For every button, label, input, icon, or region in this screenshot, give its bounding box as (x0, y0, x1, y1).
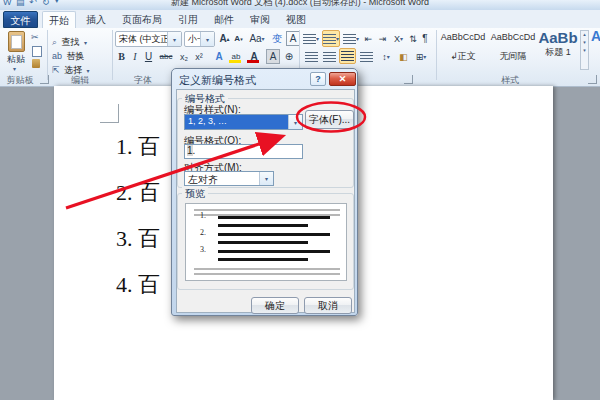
window-title: 新建 Microsoft Word 文档 (4).docx (自动保存的) - … (0, 0, 600, 9)
subscript-button[interactable]: x₂ (177, 49, 191, 64)
styles-dialog-launcher-icon[interactable] (588, 75, 597, 84)
preview-box: 1. 2. 3. (185, 203, 347, 281)
clipboard-group-label: 剪贴板 (0, 74, 40, 87)
format-painter-icon[interactable] (32, 59, 40, 68)
character-border-button[interactable]: A (286, 31, 300, 46)
multilevel-list-button[interactable]: ▾ (343, 31, 359, 46)
style-chip-no-spacing[interactable]: AaBbCcDd 无间隔 (490, 32, 536, 68)
align-center-button[interactable] (321, 49, 337, 64)
paste-dropdown-icon: ▾ (13, 65, 16, 72)
align-left-button[interactable] (303, 49, 319, 64)
borders-button[interactable]: ⊞▾ (413, 49, 429, 64)
close-button[interactable]: ✕ (329, 72, 356, 86)
style-chip-heading1[interactable]: AaBb 标题 1 (538, 29, 578, 69)
font-color-button[interactable]: A (246, 49, 262, 64)
line-spacing-button[interactable]: ↕▾ (378, 49, 394, 64)
ok-button[interactable]: 确定 (251, 297, 299, 314)
tab-view[interactable]: 视图 (280, 11, 312, 28)
asian-layout-button[interactable]: X▾ (391, 31, 406, 46)
preview-legend: 预览 (182, 187, 208, 201)
clipboard-icon (8, 31, 25, 52)
chevron-down-icon[interactable]: ▾ (288, 115, 302, 129)
bullet-list-icon (303, 34, 316, 44)
tab-insert[interactable]: 插入 (80, 11, 112, 28)
dialog-title: 定义新编号格式 (179, 73, 256, 88)
paragraph-dialog-launcher-icon[interactable] (404, 75, 413, 84)
list-item: 1. 百 (116, 132, 160, 162)
phonetic-guide-button[interactable]: 变 (270, 31, 284, 46)
close-icon: ✕ (339, 74, 347, 84)
shading-button[interactable]: ◧ (396, 49, 411, 64)
strikethrough-button[interactable]: abc (157, 49, 175, 64)
alignment-combo[interactable]: 左对齐 ▾ (184, 171, 274, 186)
cancel-button[interactable]: 取消 (304, 297, 352, 314)
change-case-button[interactable]: Aa▾ (248, 31, 266, 46)
italic-button[interactable]: I (129, 49, 141, 64)
define-new-number-format-dialog: 定义新编号格式 ? ✕ 编号格式 编号样式(N): 1, 2, 3, … ▾ 字… (171, 68, 358, 316)
enclose-characters-button[interactable]: ⊕ (282, 49, 296, 64)
styles-gallery-scrollbar[interactable]: ▴ ▾ ▾ (580, 30, 589, 70)
decrease-indent-button[interactable]: ⇤ (362, 31, 375, 46)
cut-icon[interactable]: ✂ (31, 32, 39, 42)
grow-font-button[interactable]: A▴ (218, 31, 231, 46)
distribute-button[interactable] (358, 49, 374, 64)
text-effects-button[interactable]: A (212, 49, 226, 64)
highlight-button[interactable]: ab (228, 49, 244, 64)
chevron-down-icon[interactable]: ▾ (259, 172, 273, 185)
paste-button[interactable]: 粘贴 ▾ (4, 31, 28, 71)
justify-button[interactable] (339, 48, 356, 64)
bold-button[interactable]: B (115, 49, 128, 64)
help-button[interactable]: ? (310, 72, 326, 86)
underline-button[interactable]: U (142, 49, 155, 64)
show-marks-button[interactable]: ¶ (419, 31, 431, 46)
sort-button[interactable]: ⇅ (407, 31, 419, 46)
tab-references[interactable]: 引用 (172, 11, 204, 28)
number-format-groupbox: 编号格式 编号样式(N): 1, 2, 3, … ▾ 字体(F)... 编号格式… (177, 98, 354, 188)
character-shading-button[interactable]: A (266, 49, 280, 64)
chevron-down-icon[interactable]: ▾ (200, 32, 214, 46)
change-styles-icon: AA (591, 28, 600, 44)
scroll-up-icon: ▴ (581, 31, 588, 37)
list-item: 2. 百 (116, 178, 160, 208)
word-window: W ▤ ↶ ↻ ▾ 新建 Microsoft Word 文档 (4).docx … (0, 0, 600, 400)
copy-icon[interactable] (32, 46, 42, 57)
scroll-down-icon: ▾ (581, 47, 588, 53)
tab-review[interactable]: 审阅 (244, 11, 276, 28)
increase-indent-button[interactable]: ⇥ (376, 31, 389, 46)
alignment-value: 左对齐 (185, 172, 259, 185)
font-name-combo[interactable]: 宋体 (中文正文 ▾ (115, 31, 182, 47)
gallery-expand-icon: ▾ (581, 39, 588, 45)
change-styles-button[interactable]: AA (591, 28, 600, 72)
bullets-button[interactable]: ▾ (303, 31, 319, 46)
tab-home[interactable]: 开始 (42, 11, 76, 28)
tab-mailings[interactable]: 邮件 (208, 11, 240, 28)
shrink-font-button[interactable]: A▾ (232, 31, 245, 46)
tab-file[interactable]: 文件 (3, 11, 38, 28)
margin-crop-mark (100, 104, 119, 123)
preview-groupbox: 预览 1. 2. 3. (177, 193, 354, 290)
chevron-down-icon[interactable]: ▾ (167, 32, 181, 46)
highlight-color-bar (229, 60, 241, 63)
help-icon: ? (315, 74, 321, 84)
numbering-button[interactable]: ▾ (322, 30, 340, 47)
font-button[interactable]: 字体(F)... (305, 110, 354, 129)
tab-page-layout[interactable]: 页面布局 (116, 11, 168, 28)
multilevel-list-icon (343, 34, 356, 44)
font-color-bar (247, 60, 259, 63)
list-item: 3. 百 (116, 224, 160, 254)
font-size-combo[interactable]: 小一 ▾ (184, 31, 215, 47)
number-format-input[interactable]: 1. (184, 144, 303, 159)
numbered-list-icon (323, 34, 336, 44)
superscript-button[interactable]: x² (192, 49, 206, 64)
number-style-combo[interactable]: 1, 2, 3, … ▾ (184, 114, 303, 130)
number-style-value: 1, 2, 3, … (185, 115, 288, 129)
ribbon-tab-row: 文件 开始 插入 页面布局 引用 邮件 审阅 视图 (0, 10, 600, 28)
list-item: 4. 百 (116, 270, 160, 300)
style-chip-normal[interactable]: AaBbCcDd ↲正文 (440, 32, 486, 68)
